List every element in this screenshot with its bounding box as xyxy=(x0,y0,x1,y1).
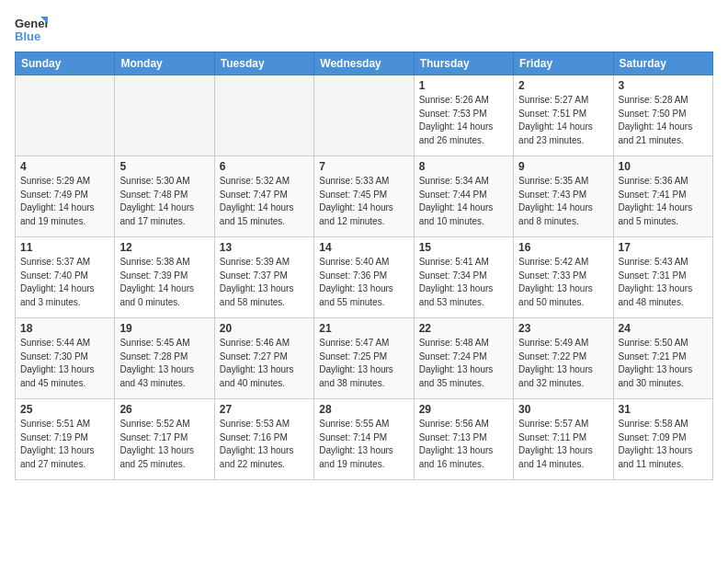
day-number: 3 xyxy=(619,79,708,92)
calendar-cell: 18Sunrise: 5:44 AMSunset: 7:30 PMDayligh… xyxy=(16,318,115,399)
day-info: Sunrise: 5:39 AMSunset: 7:37 PMDaylight:… xyxy=(220,256,309,309)
calendar-cell: 23Sunrise: 5:49 AMSunset: 7:22 PMDayligh… xyxy=(514,318,613,399)
day-info: Sunrise: 5:43 AMSunset: 7:31 PMDaylight:… xyxy=(619,256,708,309)
week-row-2: 4Sunrise: 5:29 AMSunset: 7:49 PMDaylight… xyxy=(16,156,713,237)
week-row-1: 1Sunrise: 5:26 AMSunset: 7:53 PMDaylight… xyxy=(16,75,713,156)
svg-text:Blue: Blue xyxy=(15,29,40,42)
calendar-cell: 11Sunrise: 5:37 AMSunset: 7:40 PMDayligh… xyxy=(16,237,115,318)
day-info: Sunrise: 5:49 AMSunset: 7:22 PMDaylight:… xyxy=(518,337,608,390)
day-number: 5 xyxy=(119,160,209,173)
day-number: 28 xyxy=(319,403,408,416)
day-info: Sunrise: 5:56 AMSunset: 7:13 PMDaylight:… xyxy=(419,418,508,471)
calendar-cell: 9Sunrise: 5:35 AMSunset: 7:43 PMDaylight… xyxy=(514,156,613,237)
calendar-cell: 25Sunrise: 5:51 AMSunset: 7:19 PMDayligh… xyxy=(16,399,115,480)
day-number: 24 xyxy=(619,322,708,335)
day-info: Sunrise: 5:35 AMSunset: 7:43 PMDaylight:… xyxy=(518,175,608,228)
day-info: Sunrise: 5:58 AMSunset: 7:09 PMDaylight:… xyxy=(619,418,708,471)
day-info: Sunrise: 5:42 AMSunset: 7:33 PMDaylight:… xyxy=(518,256,608,309)
calendar-cell: 2Sunrise: 5:27 AMSunset: 7:51 PMDaylight… xyxy=(514,75,613,156)
calendar-cell: 20Sunrise: 5:46 AMSunset: 7:27 PMDayligh… xyxy=(214,318,313,399)
day-info: Sunrise: 5:37 AMSunset: 7:40 PMDaylight:… xyxy=(20,256,109,309)
day-number: 14 xyxy=(319,241,408,254)
calendar-cell xyxy=(16,75,115,156)
day-number: 15 xyxy=(419,241,508,254)
day-number: 20 xyxy=(220,322,309,335)
week-row-4: 18Sunrise: 5:44 AMSunset: 7:30 PMDayligh… xyxy=(16,318,713,399)
week-row-3: 11Sunrise: 5:37 AMSunset: 7:40 PMDayligh… xyxy=(16,237,713,318)
calendar-cell: 31Sunrise: 5:58 AMSunset: 7:09 PMDayligh… xyxy=(613,399,712,480)
day-info: Sunrise: 5:26 AMSunset: 7:53 PMDaylight:… xyxy=(419,94,508,147)
logo-icon: General Blue xyxy=(15,15,48,42)
day-info: Sunrise: 5:46 AMSunset: 7:27 PMDaylight:… xyxy=(220,337,309,390)
day-number: 22 xyxy=(419,322,508,335)
day-info: Sunrise: 5:40 AMSunset: 7:36 PMDaylight:… xyxy=(319,256,408,309)
calendar-cell: 17Sunrise: 5:43 AMSunset: 7:31 PMDayligh… xyxy=(613,237,712,318)
calendar-cell: 24Sunrise: 5:50 AMSunset: 7:21 PMDayligh… xyxy=(613,318,712,399)
day-info: Sunrise: 5:36 AMSunset: 7:41 PMDaylight:… xyxy=(619,175,708,228)
day-info: Sunrise: 5:47 AMSunset: 7:25 PMDaylight:… xyxy=(319,337,408,390)
calendar-cell: 30Sunrise: 5:57 AMSunset: 7:11 PMDayligh… xyxy=(514,399,613,480)
day-number: 12 xyxy=(119,241,209,254)
day-info: Sunrise: 5:51 AMSunset: 7:19 PMDaylight:… xyxy=(20,418,109,471)
calendar-cell: 27Sunrise: 5:53 AMSunset: 7:16 PMDayligh… xyxy=(214,399,313,480)
day-header-saturday: Saturday xyxy=(613,52,712,75)
calendar-cell: 26Sunrise: 5:52 AMSunset: 7:17 PMDayligh… xyxy=(115,399,214,480)
day-number: 16 xyxy=(518,241,608,254)
calendar-cell: 29Sunrise: 5:56 AMSunset: 7:13 PMDayligh… xyxy=(414,399,513,480)
calendar-cell: 8Sunrise: 5:34 AMSunset: 7:44 PMDaylight… xyxy=(414,156,513,237)
day-info: Sunrise: 5:34 AMSunset: 7:44 PMDaylight:… xyxy=(419,175,508,228)
day-number: 4 xyxy=(20,160,109,173)
day-info: Sunrise: 5:29 AMSunset: 7:49 PMDaylight:… xyxy=(20,175,109,228)
calendar-cell: 10Sunrise: 5:36 AMSunset: 7:41 PMDayligh… xyxy=(613,156,712,237)
day-number: 27 xyxy=(220,403,309,416)
logo: General Blue xyxy=(15,15,51,42)
day-info: Sunrise: 5:50 AMSunset: 7:21 PMDaylight:… xyxy=(619,337,708,390)
calendar-header-row: SundayMondayTuesdayWednesdayThursdayFrid… xyxy=(16,52,713,75)
day-number: 26 xyxy=(119,403,209,416)
day-number: 10 xyxy=(619,160,708,173)
calendar-cell: 4Sunrise: 5:29 AMSunset: 7:49 PMDaylight… xyxy=(16,156,115,237)
calendar-cell: 15Sunrise: 5:41 AMSunset: 7:34 PMDayligh… xyxy=(414,237,513,318)
day-number: 7 xyxy=(319,160,408,173)
calendar-cell: 12Sunrise: 5:38 AMSunset: 7:39 PMDayligh… xyxy=(115,237,214,318)
day-info: Sunrise: 5:48 AMSunset: 7:24 PMDaylight:… xyxy=(419,337,508,390)
day-number: 2 xyxy=(518,79,608,92)
calendar-cell: 3Sunrise: 5:28 AMSunset: 7:50 PMDaylight… xyxy=(613,75,712,156)
page-header: General Blue xyxy=(15,15,713,42)
day-info: Sunrise: 5:55 AMSunset: 7:14 PMDaylight:… xyxy=(319,418,408,471)
calendar-cell: 7Sunrise: 5:33 AMSunset: 7:45 PMDaylight… xyxy=(314,156,414,237)
calendar-cell: 5Sunrise: 5:30 AMSunset: 7:48 PMDaylight… xyxy=(115,156,214,237)
day-info: Sunrise: 5:27 AMSunset: 7:51 PMDaylight:… xyxy=(518,94,608,147)
day-number: 25 xyxy=(20,403,109,416)
day-info: Sunrise: 5:44 AMSunset: 7:30 PMDaylight:… xyxy=(20,337,109,390)
calendar-cell: 21Sunrise: 5:47 AMSunset: 7:25 PMDayligh… xyxy=(314,318,414,399)
day-number: 9 xyxy=(518,160,608,173)
day-header-thursday: Thursday xyxy=(414,52,513,75)
day-header-tuesday: Tuesday xyxy=(214,52,313,75)
calendar-cell: 1Sunrise: 5:26 AMSunset: 7:53 PMDaylight… xyxy=(414,75,513,156)
day-info: Sunrise: 5:30 AMSunset: 7:48 PMDaylight:… xyxy=(119,175,209,228)
day-info: Sunrise: 5:57 AMSunset: 7:11 PMDaylight:… xyxy=(518,418,608,471)
calendar-cell: 13Sunrise: 5:39 AMSunset: 7:37 PMDayligh… xyxy=(214,237,313,318)
day-number: 11 xyxy=(20,241,109,254)
day-number: 13 xyxy=(220,241,309,254)
day-number: 19 xyxy=(119,322,209,335)
day-header-friday: Friday xyxy=(514,52,613,75)
calendar-cell: 19Sunrise: 5:45 AMSunset: 7:28 PMDayligh… xyxy=(115,318,214,399)
calendar-cell xyxy=(314,75,414,156)
calendar-cell xyxy=(214,75,313,156)
calendar-cell xyxy=(115,75,214,156)
day-number: 29 xyxy=(419,403,508,416)
calendar-cell: 6Sunrise: 5:32 AMSunset: 7:47 PMDaylight… xyxy=(214,156,313,237)
day-number: 8 xyxy=(419,160,508,173)
day-info: Sunrise: 5:41 AMSunset: 7:34 PMDaylight:… xyxy=(419,256,508,309)
calendar-table: SundayMondayTuesdayWednesdayThursdayFrid… xyxy=(15,52,713,480)
day-info: Sunrise: 5:32 AMSunset: 7:47 PMDaylight:… xyxy=(220,175,309,228)
day-header-wednesday: Wednesday xyxy=(314,52,414,75)
day-number: 1 xyxy=(419,79,508,92)
day-number: 17 xyxy=(619,241,708,254)
calendar-cell: 14Sunrise: 5:40 AMSunset: 7:36 PMDayligh… xyxy=(314,237,414,318)
day-number: 18 xyxy=(20,322,109,335)
day-info: Sunrise: 5:28 AMSunset: 7:50 PMDaylight:… xyxy=(619,94,708,147)
day-info: Sunrise: 5:52 AMSunset: 7:17 PMDaylight:… xyxy=(119,418,209,471)
